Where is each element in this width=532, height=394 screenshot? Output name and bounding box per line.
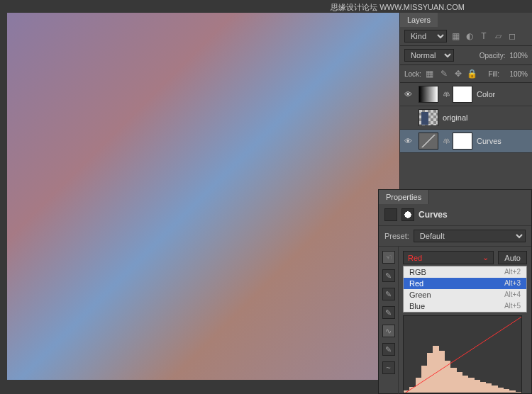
layer-name-label[interactable]: original <box>443 113 467 122</box>
fill-label: Fill: <box>488 70 499 78</box>
white-point-eyedropper-icon[interactable]: ✎ <box>382 306 395 319</box>
filter-type-icon[interactable]: T <box>478 30 489 42</box>
point-curve-icon[interactable]: ∿ <box>382 325 395 337</box>
lock-pixels-icon[interactable]: ✎ <box>438 68 450 79</box>
layer-thumbnail[interactable] <box>419 86 438 103</box>
channel-option-rgb[interactable]: RGBAlt+2 <box>404 266 526 278</box>
filter-smart-icon[interactable]: ◻ <box>506 30 518 42</box>
pencil-curve-icon[interactable]: ✎ <box>382 343 395 356</box>
lock-label: Lock: <box>404 70 421 78</box>
adjustment-title: Curves <box>419 210 448 220</box>
channel-option-green[interactable]: GreenAlt+4 <box>404 289 526 300</box>
fill-value[interactable]: 100% <box>509 70 528 78</box>
layer-row[interactable]: original <box>400 106 532 130</box>
layers-panel: Layers Kind ▦ ◐ T ▱ ◻ Normal Opacity: 10… <box>399 13 532 190</box>
channel-select[interactable]: Red⌄ <box>403 251 494 264</box>
filter-kind-select[interactable]: Kind <box>404 30 447 43</box>
filter-pixel-icon[interactable]: ▦ <box>450 30 461 42</box>
smooth-curve-icon[interactable]: ~ <box>382 361 395 374</box>
image-canvas[interactable] <box>7 13 399 380</box>
preset-select[interactable]: Default <box>414 230 526 242</box>
blend-mode-select[interactable]: Normal <box>404 49 454 62</box>
link-icon: 𐄷 <box>443 91 448 98</box>
layer-name-label[interactable]: Color <box>477 90 495 98</box>
layer-row[interactable]: 👁 𐄷 Curves <box>400 130 532 153</box>
curves-histogram[interactable] <box>403 315 522 393</box>
opacity-label: Opacity: <box>480 52 506 60</box>
opacity-value[interactable]: 100% <box>509 52 528 60</box>
watermark-text: 思缘设计论坛 WWW.MISSYUAN.COM <box>331 2 465 13</box>
mask-thumbnail[interactable] <box>453 86 472 103</box>
auto-button[interactable]: Auto <box>498 251 527 264</box>
mask-thumbnail[interactable] <box>453 133 472 150</box>
channel-option-red[interactable]: RedAlt+3 <box>404 278 526 289</box>
lock-transparency-icon[interactable]: ▦ <box>424 68 436 79</box>
lock-all-icon[interactable]: 🔒 <box>467 68 478 79</box>
preset-label: Preset: <box>384 232 409 240</box>
curves-adjustment-icon <box>384 208 397 221</box>
layer-thumbnail[interactable] <box>419 109 438 126</box>
svg-line-0 <box>404 316 521 393</box>
gray-point-eyedropper-icon[interactable]: ✎ <box>382 288 395 300</box>
layer-thumbnail[interactable] <box>419 133 438 150</box>
properties-tab[interactable]: Properties <box>379 190 429 204</box>
properties-panel: Properties Curves Preset: Default ☜ ✎ ✎ … <box>378 189 532 394</box>
layers-tab[interactable]: Layers <box>400 13 438 27</box>
visibility-toggle-icon[interactable]: 👁 <box>404 90 414 98</box>
link-icon: 𐄷 <box>443 137 448 145</box>
channel-dropdown: RGBAlt+2 RedAlt+3 GreenAlt+4 BlueAlt+5 <box>403 266 527 313</box>
filter-adjustment-icon[interactable]: ◐ <box>464 30 475 42</box>
targeted-adjustment-icon[interactable]: ☜ <box>382 251 395 264</box>
black-point-eyedropper-icon[interactable]: ✎ <box>382 269 395 282</box>
mask-icon <box>401 208 414 221</box>
curve-line[interactable] <box>404 316 521 393</box>
channel-option-blue[interactable]: BlueAlt+5 <box>404 300 526 312</box>
filter-shape-icon[interactable]: ▱ <box>492 30 504 42</box>
visibility-toggle-icon[interactable]: 👁 <box>404 137 414 145</box>
layer-name-label[interactable]: Curves <box>477 137 501 145</box>
curves-tools-column: ☜ ✎ ✎ ✎ ∿ ✎ ~ <box>379 247 399 394</box>
layer-row[interactable]: 👁 𐄷 Color <box>400 83 532 106</box>
lock-position-icon[interactable]: ✥ <box>453 68 464 79</box>
chevron-down-icon: ⌄ <box>482 253 489 262</box>
